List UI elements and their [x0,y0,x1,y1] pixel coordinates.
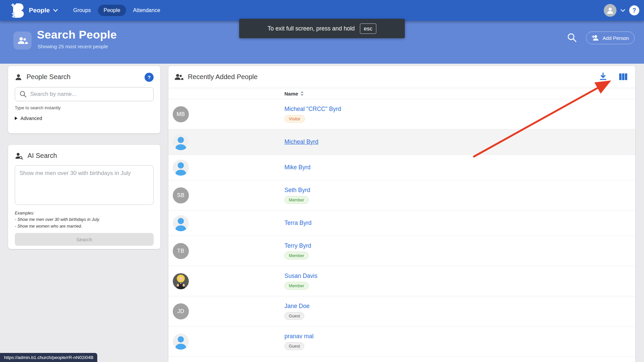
triangle-right-icon [15,117,17,120]
status-badge: Visitor [284,115,305,123]
sort-icon [300,91,304,96]
toast-message: To exit full screen, press and hold [268,25,355,32]
people-search-help-icon[interactable]: ? [145,73,154,82]
page-title: Search People [37,28,117,41]
add-person-button[interactable]: Add Person [586,32,635,44]
svg-text:1: 1 [11,12,15,18]
people-search-title: People Search [26,73,70,81]
person-search-icon [15,152,23,160]
tab-people[interactable]: People [98,5,126,16]
ai-example-2: - Show me women who are married. [15,223,154,230]
avatar-photo [173,273,189,289]
status-badge: Member [284,196,309,204]
status-badge: Member [284,282,309,290]
table-row[interactable]: TBTerry ByrdMember [168,236,635,266]
esc-key-badge: esc [360,23,377,34]
status-badge: Member [284,252,309,259]
header-search-icon[interactable] [567,33,577,43]
photo-avatar [173,273,189,289]
b1-church-logo-icon[interactable]: 1 [10,3,24,18]
help-icon[interactable]: ? [629,5,639,15]
table-row[interactable]: Micheal Byrd [168,129,635,155]
table-row[interactable]: Terra Byrd [168,210,635,236]
ai-search-card: AI Search Examples: - Show me men over 3… [8,145,160,249]
tab-attendance[interactable]: Attendance [127,5,166,16]
table-header-row: Name [168,88,635,99]
people-group-icon [13,32,32,50]
name-column-label: Name [284,91,298,97]
user-avatar[interactable] [604,4,616,17]
status-badge: Guest [284,312,304,320]
ai-examples: Examples: - Show me men over 30 with bir… [15,210,154,230]
person-name-link[interactable]: Jane Doe [284,303,310,310]
ai-example-1: - Show me men over 30 with birthdays in … [15,217,154,223]
person-avatar-icon [173,134,189,150]
advanced-expander[interactable]: Advanced [15,116,154,121]
table-row[interactable]: Susan DavisMember [168,266,635,296]
person-name-link[interactable]: Mike Byrd [284,164,311,171]
person-add-icon [592,35,600,41]
advanced-label: Advanced [20,116,42,121]
ai-search-button[interactable]: Search [15,233,154,246]
avatar-icon [173,334,189,350]
nav-tabs: Groups People Attendance [67,5,166,16]
person-name-link[interactable]: Terra Byrd [284,220,312,227]
person-name-link[interactable]: pranav mal [284,333,314,340]
chevron-down-icon[interactable] [53,9,58,12]
account-chevron-down-icon[interactable] [621,9,625,12]
people-table-body: MBMicheal "CRCC" ByrdVisitorMicheal Byrd… [168,99,635,362]
table-row[interactable]: MBMicheal "CRCC" ByrdVisitor [168,99,635,129]
search-icon [19,90,27,98]
link-preview-url: https://admin.b1.church/people/rR-nN02i0… [4,355,93,360]
download-icon[interactable] [598,72,608,81]
avatar-icon [173,160,189,176]
person-name-link[interactable]: Terry Byrd [284,242,311,249]
tab-groups[interactable]: Groups [67,5,96,16]
status-badge: Guest [284,342,304,350]
table-row[interactable]: Mike Byrd [168,155,635,180]
app-context-label[interactable]: People [29,7,50,14]
add-person-label: Add Person [603,35,629,41]
people-search-card: People Search ? Type to search instantly… [8,66,160,133]
page-subtitle: Showing 25 most recent people [38,44,108,49]
person-avatar-icon [173,334,189,350]
person-name-link[interactable]: Seth Byrd [284,187,310,194]
person-icon [15,73,22,81]
top-navbar: 1 People Groups People Attendance ? [0,0,644,21]
person-avatar-icon [173,160,189,176]
avatar-initials: JD [173,303,189,319]
person-avatar-icon [173,215,189,231]
table-row[interactable]: SBSeth ByrdMember [168,180,635,210]
person-name-link[interactable]: Susan Davis [284,273,317,280]
table-row[interactable]: pranav malGuest [168,326,635,357]
ai-examples-title: Examples: [15,210,154,217]
recently-added-card: Recently Added People Name MBMicheal "CR… [168,66,635,362]
person-name-link[interactable]: Micheal "CRCC" Byrd [284,106,341,113]
ai-search-title: AI Search [28,152,57,160]
avatar-initials: SB [173,187,189,203]
person-icon [606,6,614,15]
people-group-icon [174,73,183,80]
search-input[interactable] [15,87,154,101]
avatar-icon [173,134,189,150]
table-row[interactable]: JDJane DoeGuest [168,296,635,326]
avatar-initials: TB [173,243,189,259]
name-column-header[interactable]: Name [284,91,304,97]
ai-search-textarea[interactable] [15,165,154,205]
avatar-initials: MB [173,106,189,122]
recently-added-title: Recently Added People [188,73,258,81]
link-preview-statusbar: https://admin.b1.church/people/rR-nN02i0… [0,353,97,362]
search-hint: Type to search instantly [15,105,154,110]
person-name-link[interactable]: Micheal Byrd [284,138,318,145]
columns-icon[interactable] [619,72,628,81]
table-row[interactable]: Himali MalyawalaGuest [168,357,635,362]
fullscreen-toast: To exit full screen, press and hold esc [239,19,405,38]
avatar-icon [173,215,189,231]
